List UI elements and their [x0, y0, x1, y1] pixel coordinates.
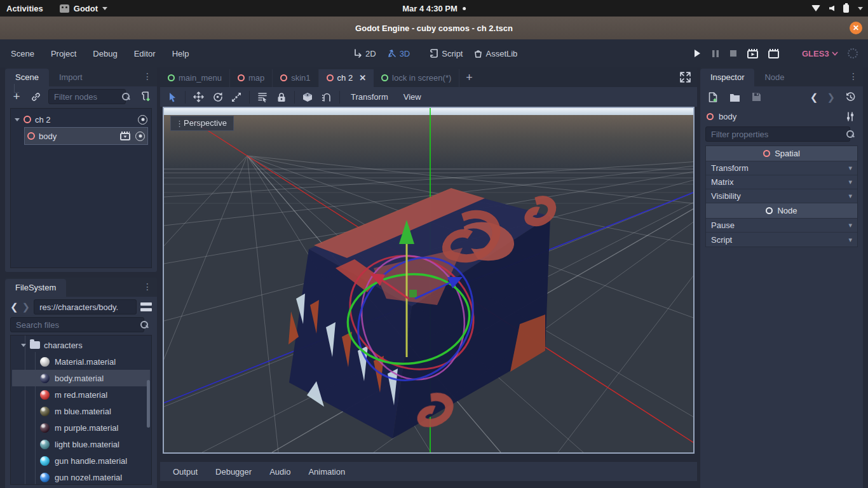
new-scene-tab-button[interactable]: +: [459, 71, 479, 87]
section-node[interactable]: Node: [706, 203, 857, 219]
bottom-tab-debugger[interactable]: Debugger: [208, 464, 259, 480]
property-pause[interactable]: Pause ▾: [706, 219, 857, 233]
tab-inspector[interactable]: Inspector: [700, 69, 754, 86]
stop-button[interactable]: [729, 50, 737, 57]
distraction-free-icon[interactable]: [680, 72, 691, 83]
tree-row-root[interactable]: ch 2: [11, 111, 151, 128]
system-tray[interactable]: [811, 4, 863, 13]
tab-import[interactable]: Import: [49, 69, 93, 86]
file-list[interactable]: characters Material.material body.materi…: [10, 335, 152, 485]
window-title-bar[interactable]: Godot Engine - cuby cosmos - ch 2.tscn ✕: [0, 17, 868, 39]
filter-nodes-input[interactable]: [48, 89, 126, 104]
save-resource-button[interactable]: [750, 91, 763, 104]
menu-scene[interactable]: Scene: [5, 46, 40, 62]
visibility-eye-icon[interactable]: [135, 132, 145, 141]
menu-editor[interactable]: Editor: [128, 46, 161, 62]
move-tool-button[interactable]: [190, 90, 207, 104]
bottom-tab-animation[interactable]: Animation: [301, 464, 353, 480]
workspace-assetlib-button[interactable]: AssetLib: [474, 49, 517, 58]
play-scene-button[interactable]: [747, 49, 758, 58]
activities-button[interactable]: Activities: [6, 4, 43, 13]
scene-tree[interactable]: ch 2 body: [10, 108, 152, 268]
3d-viewport[interactable]: Perspective: [163, 107, 695, 454]
perspective-button[interactable]: Perspective: [170, 116, 234, 131]
rotate-tool-button[interactable]: [209, 90, 226, 104]
snap-magnet-icon[interactable]: [318, 90, 335, 104]
file-row[interactable]: gun nozel.material: [11, 469, 151, 485]
play-button[interactable]: [693, 49, 702, 58]
workspace-2d-button[interactable]: 2D: [353, 49, 376, 58]
scene-tab-lock-in-screen[interactable]: lock in screen(*): [374, 69, 459, 87]
workspace-script-button[interactable]: Script: [430, 49, 463, 58]
file-row-selected[interactable]: body.material: [12, 370, 150, 386]
dock-menu-icon[interactable]: [143, 282, 152, 291]
object-history-icon[interactable]: [844, 91, 857, 104]
nav-back-button[interactable]: ❮: [10, 301, 18, 313]
select-tool-button[interactable]: [164, 90, 180, 104]
expander-icon[interactable]: [15, 118, 20, 121]
file-row[interactable]: gun handle.material: [11, 452, 151, 469]
scene-tab-map[interactable]: map: [230, 69, 273, 87]
history-back-button[interactable]: ❮: [810, 92, 818, 103]
menu-help[interactable]: Help: [166, 46, 195, 62]
visibility-eye-icon[interactable]: [138, 115, 147, 125]
split-mode-toggle-icon[interactable]: [140, 302, 152, 311]
instance-scene-button[interactable]: [29, 90, 42, 103]
path-breadcrumb[interactable]: [34, 299, 137, 315]
file-row[interactable]: Material.material: [11, 353, 151, 370]
tab-node[interactable]: Node: [754, 69, 794, 86]
transform-menu[interactable]: Transform: [344, 90, 395, 104]
tab-label: ch 2: [337, 73, 353, 83]
tab-scene[interactable]: Scene: [5, 69, 49, 86]
play-custom-scene-button[interactable]: [768, 49, 779, 58]
close-window-button[interactable]: ✕: [850, 22, 862, 34]
bottom-tab-output[interactable]: Output: [165, 464, 205, 480]
property-transform[interactable]: Transform ▾: [706, 161, 857, 175]
view-menu[interactable]: View: [397, 90, 428, 104]
dock-menu-icon[interactable]: [143, 72, 152, 81]
expander-icon[interactable]: [21, 344, 26, 347]
new-resource-button[interactable]: [707, 91, 719, 104]
tools-sliders-icon[interactable]: [844, 110, 857, 123]
property-matrix[interactable]: Matrix ▾: [706, 175, 857, 189]
tab-filesystem[interactable]: FileSystem: [5, 279, 66, 297]
property-visibility[interactable]: Visibility ▾: [706, 189, 857, 203]
app-menu[interactable]: Godot: [60, 4, 107, 13]
workspace-3d-button[interactable]: 3D: [388, 49, 410, 58]
pause-button[interactable]: [712, 50, 719, 58]
filter-properties-input[interactable]: [705, 126, 850, 142]
tree-row-body[interactable]: body: [25, 128, 147, 144]
scene-tab-bar: main_menu map skin1 ch 2 ✕ lock in scree…: [160, 67, 697, 87]
scene-tab-main-menu[interactable]: main_menu: [160, 69, 230, 87]
folder-row-characters[interactable]: characters: [11, 337, 151, 353]
scene-tab-ch2[interactable]: ch 2 ✕: [319, 69, 374, 87]
file-row[interactable]: m blue.material: [11, 403, 151, 419]
clock[interactable]: Mar 4 4:30 PM: [402, 4, 466, 13]
bottom-tab-audio[interactable]: Audio: [262, 464, 298, 480]
file-row[interactable]: light blue.material: [11, 436, 151, 452]
search-files-input[interactable]: [10, 317, 144, 332]
history-forward-button[interactable]: ❯: [827, 92, 835, 103]
clock-label: Mar 4 4:30 PM: [402, 4, 458, 13]
load-resource-folder-button[interactable]: [728, 91, 741, 104]
attach-script-button[interactable]: [139, 90, 152, 103]
assetlib-bag-icon: [474, 49, 482, 58]
scale-tool-button[interactable]: [228, 90, 245, 104]
scrollbar-thumb[interactable]: [147, 380, 150, 428]
close-tab-icon[interactable]: ✕: [359, 73, 366, 83]
file-row[interactable]: m purple.material: [11, 419, 151, 436]
property-script[interactable]: Script ▾: [706, 233, 857, 247]
video-driver-button[interactable]: GLES3: [802, 49, 838, 58]
list-select-button[interactable]: [254, 90, 271, 104]
lock-icon[interactable]: [273, 90, 290, 104]
menu-project[interactable]: Project: [45, 46, 82, 62]
file-row[interactable]: m red.material: [11, 386, 151, 403]
section-spatial[interactable]: Spatial: [706, 146, 857, 161]
dock-menu-icon[interactable]: [849, 72, 858, 81]
scene-tab-skin1[interactable]: skin1: [273, 69, 318, 87]
group-cube-icon[interactable]: [299, 90, 316, 104]
app-menu-label: Godot: [74, 4, 98, 13]
clapper-icon[interactable]: [120, 132, 130, 140]
menu-debug[interactable]: Debug: [87, 46, 123, 62]
nav-forward-button[interactable]: ❯: [22, 301, 31, 313]
